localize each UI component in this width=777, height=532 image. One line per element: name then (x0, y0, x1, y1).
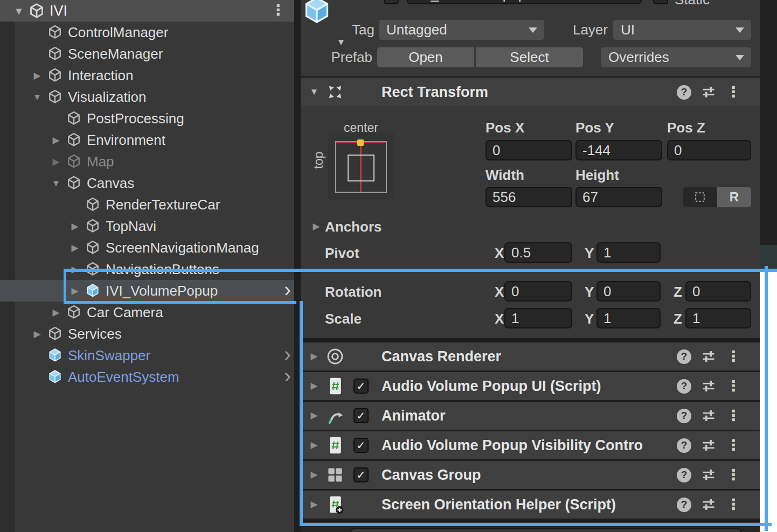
hierarchy-item-controlmanager[interactable]: ControlManager (0, 22, 294, 43)
rotation-x-field[interactable]: 0 (504, 281, 572, 302)
presets-icon[interactable] (700, 496, 717, 513)
presets-icon[interactable] (700, 467, 717, 483)
hierarchy-item-canvas[interactable]: Canvas (0, 172, 294, 194)
collapse-arrow-icon[interactable] (49, 308, 63, 317)
hierarchy-item-rendertexturecar[interactable]: RenderTextureCar (0, 194, 294, 215)
help-icon[interactable] (677, 379, 691, 394)
scene-header-row[interactable]: IVI (0, 0, 294, 22)
gameobject-cube-icon (47, 89, 63, 105)
component-menu-icon[interactable] (726, 467, 741, 482)
prefab-open-button[interactable]: Open (377, 47, 476, 67)
component-canvas-renderer[interactable]: Canvas Renderer (301, 342, 760, 370)
rotation-y-field[interactable]: 0 (596, 281, 661, 302)
hierarchy-item-car-camera[interactable]: Car Camera (0, 302, 294, 323)
component-foldout-icon[interactable] (308, 500, 320, 509)
hierarchy-item-interaction[interactable]: Interaction (0, 65, 294, 86)
hierarchy-item-visualization[interactable]: Visualization (0, 86, 294, 108)
collapse-arrow-icon[interactable] (30, 71, 44, 80)
help-icon[interactable] (677, 409, 691, 423)
component-enabled-checkbox[interactable] (353, 379, 369, 394)
hierarchy-item-skinswapper[interactable]: SkinSwapper (0, 345, 294, 366)
expand-arrow-icon[interactable] (49, 179, 63, 188)
raw-edit-mode-button[interactable]: R (717, 187, 751, 207)
collapse-arrow-icon[interactable] (30, 330, 44, 339)
anchors-foldout-icon[interactable] (310, 222, 322, 231)
hierarchy-item-postprocessing[interactable]: PostProcessing (0, 108, 294, 129)
component-menu-icon[interactable] (726, 438, 741, 453)
prefab-open-chevron-icon[interactable] (284, 280, 291, 300)
hierarchy-item-screennavigationmanager[interactable]: ScreenNavigationManag (0, 237, 294, 258)
hierarchy-item-environment[interactable]: Environment (0, 129, 294, 151)
pos-z-field[interactable]: 0 (667, 140, 751, 160)
pivot-y-field[interactable]: 1 (596, 242, 661, 263)
presets-icon[interactable] (700, 437, 717, 453)
component-menu-icon[interactable] (726, 85, 741, 100)
width-field[interactable]: 556 (485, 187, 572, 207)
prefab-open-chevron-icon[interactable] (284, 366, 291, 386)
component-menu-icon[interactable] (726, 497, 741, 512)
collapse-arrow-icon[interactable] (49, 157, 63, 166)
tag-dropdown[interactable]: Untagged (379, 20, 544, 40)
component-menu-icon[interactable] (726, 408, 741, 423)
hierarchy-item-scenemanager[interactable]: SceneManager (0, 43, 294, 65)
static-checkbox[interactable] (653, 0, 668, 4)
help-icon[interactable] (677, 438, 691, 453)
collapse-arrow-icon[interactable] (68, 286, 82, 296)
component-canvas-group[interactable]: Canvas Group (301, 461, 760, 489)
component-enabled-checkbox[interactable] (353, 438, 369, 453)
prefab-select-button[interactable]: Select (476, 47, 583, 67)
gameobject-active-checkbox[interactable] (384, 0, 399, 4)
component-foldout-icon[interactable] (308, 352, 320, 361)
component-menu-icon[interactable] (726, 379, 741, 394)
help-icon[interactable] (677, 85, 691, 100)
help-icon[interactable] (677, 498, 691, 512)
scale-x-letter: X (495, 311, 504, 327)
pos-x-field[interactable]: 0 (485, 140, 572, 160)
presets-icon[interactable] (700, 408, 717, 424)
scene-foldout-icon[interactable] (12, 6, 26, 16)
collapse-arrow-icon[interactable] (68, 222, 82, 231)
hierarchy-item-autoeventsystem[interactable]: AutoEventSystem (0, 366, 294, 388)
help-icon[interactable] (677, 468, 691, 482)
gameobject-name-field[interactable]: IVI_VolumePopup (407, 0, 642, 4)
anchor-preset-widget[interactable] (328, 133, 394, 200)
scale-x-field[interactable]: 1 (504, 308, 572, 328)
prefab-icon-expand-arrow[interactable] (334, 38, 348, 47)
scale-z-field[interactable]: 1 (685, 308, 751, 328)
hierarchy-item-services[interactable]: Services (0, 323, 294, 345)
component-enabled-checkbox[interactable] (353, 467, 369, 482)
hierarchy-item-map[interactable]: Map (0, 151, 294, 172)
component-foldout-icon[interactable] (308, 440, 320, 450)
height-field[interactable]: 67 (575, 187, 662, 207)
pos-y-field[interactable]: -144 (575, 140, 662, 160)
rect-transform-header[interactable]: Rect Transform (301, 79, 760, 106)
help-icon[interactable] (677, 349, 691, 364)
component-animator[interactable]: Animator (301, 402, 760, 430)
hierarchy-item-topnavi[interactable]: TopNavi (0, 215, 294, 237)
pivot-x-field[interactable]: 0.5 (504, 242, 572, 263)
layer-dropdown[interactable]: UI (613, 20, 751, 40)
scene-options-menu-icon[interactable] (270, 3, 286, 18)
anchors-label[interactable]: Anchors (325, 219, 381, 235)
component-foldout-icon[interactable] (308, 411, 320, 420)
component-foldout-icon[interactable] (308, 470, 320, 479)
presets-icon[interactable] (700, 348, 717, 365)
component-foldout-icon[interactable] (308, 381, 320, 390)
component-menu-icon[interactable] (726, 349, 741, 364)
component-audio-volume-popup-visibility[interactable]: Audio Volume Popup Visibility Contro (301, 431, 760, 459)
hierarchy-item-ivi-volumepopup[interactable]: IVI_VolumePopup (0, 280, 294, 302)
prefab-open-chevron-icon[interactable] (284, 345, 291, 365)
collapse-arrow-icon[interactable] (68, 243, 82, 253)
scale-y-field[interactable]: 1 (596, 308, 661, 328)
component-foldout-icon[interactable] (308, 87, 320, 96)
presets-icon[interactable] (700, 84, 717, 100)
presets-icon[interactable] (700, 378, 717, 394)
prefab-overrides-dropdown[interactable]: Overrides (601, 47, 751, 67)
component-screen-orientation-helper[interactable]: Screen Orientation Helper (Script) (301, 491, 760, 519)
expand-arrow-icon[interactable] (30, 93, 44, 102)
collapse-arrow-icon[interactable] (49, 136, 63, 145)
blueprint-mode-button[interactable] (683, 187, 717, 207)
rotation-z-field[interactable]: 0 (685, 281, 751, 302)
component-enabled-checkbox[interactable] (353, 408, 369, 423)
component-audio-volume-popup-ui[interactable]: Audio Volume Popup UI (Script) (301, 372, 760, 400)
